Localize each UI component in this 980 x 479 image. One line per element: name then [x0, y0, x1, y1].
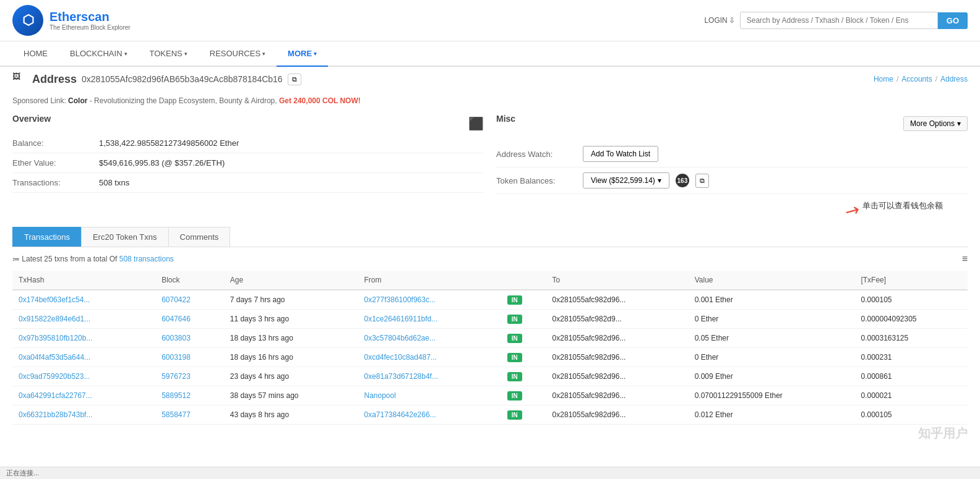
age-cell: 18 days 13 hrs ago — [224, 329, 358, 348]
block-link[interactable]: 6070422 — [161, 295, 191, 304]
search-box: GO — [740, 12, 968, 29]
tab-comments[interactable]: Comments — [168, 227, 231, 247]
txhash-link[interactable]: 0xa642991cfa22767... — [19, 391, 92, 400]
value-cell: 0.001 Ether — [689, 290, 855, 310]
page-title: Address — [32, 73, 77, 86]
direction-badge: IN — [507, 315, 522, 324]
txhash-link[interactable]: 0xc9ad759920b523... — [19, 372, 90, 381]
txhash-link[interactable]: 0x174bef063ef1c54... — [19, 295, 90, 304]
col-direction — [501, 271, 546, 290]
col-age: Age — [224, 271, 358, 290]
age-cell: 7 days 7 hrs ago — [224, 290, 358, 310]
add-to-watchlist-button[interactable]: Add To Watch List — [583, 146, 658, 162]
from-link[interactable]: Nanopool — [364, 391, 396, 400]
nav-resources[interactable]: RESOURCES ▾ — [199, 41, 277, 67]
block-link[interactable]: 5889512 — [161, 391, 191, 400]
from-link[interactable]: 0x1ce264616911bfd... — [364, 315, 438, 323]
login-arrow-icon: ⇩ — [729, 16, 735, 25]
block-link[interactable]: 5858477 — [161, 410, 191, 419]
nav-tokens[interactable]: TOKENS ▾ — [139, 41, 199, 67]
from-link[interactable]: 0x277f386100f963c... — [364, 295, 436, 304]
nav-home[interactable]: HOME — [12, 41, 59, 67]
red-arrow-icon: ↗ — [841, 198, 863, 223]
address-text: 0x281055Afc982d96fAB65b3a49cAc8b878184Cb… — [82, 74, 283, 84]
to-cell: 0x281055afc982d96... — [546, 367, 689, 386]
expand-token-button[interactable]: ⧉ — [695, 174, 709, 188]
sponsored-brand: Color — [68, 96, 87, 105]
wallet-annotation: 单击可以查看钱包余额 — [862, 200, 943, 211]
page-icon: 🖼 — [12, 72, 27, 87]
to-cell: 0x281055afc982d96... — [546, 348, 689, 367]
misc-header: Misc More Options ▾ — [496, 114, 968, 134]
transactions-value: 508 txns — [99, 178, 129, 187]
table-row: 0x97b395810fb120b... 6003803 18 days 13 … — [12, 329, 968, 348]
transactions-label: Transactions: — [12, 178, 99, 187]
value-cell: 0 Ether — [689, 348, 855, 367]
overview-panel: Overview ⬛ Balance: 1,538,422.9855821273… — [12, 114, 484, 221]
value-cell: 0 Ether — [689, 310, 855, 329]
page-title-area: 🖼 Address 0x281055Afc982d96fAB65b3a49cAc… — [12, 72, 301, 87]
breadcrumb-area: 🖼 Address 0x281055Afc982d96fAB65b3a49cAc… — [0, 67, 980, 91]
breadcrumb-address[interactable]: Address — [940, 75, 968, 83]
view-token-balances-button[interactable]: View ($522,599.14) ▾ — [583, 172, 669, 189]
balance-value: 1,538,422.985582127349856002 Ether — [99, 138, 239, 148]
breadcrumb: Home / Accounts / Address — [874, 75, 968, 83]
block-link[interactable]: 6003803 — [161, 334, 191, 342]
transactions-row: Transactions: 508 txns — [12, 173, 484, 193]
tab-erc20[interactable]: Erc20 Token Txns — [81, 227, 169, 247]
nav-blockchain[interactable]: BLOCKCHAIN ▾ — [59, 41, 139, 67]
from-link[interactable]: 0xe81a73d67128b4f... — [364, 372, 438, 381]
balance-label: Balance: — [12, 138, 99, 148]
value-cell: 0.05 Ether — [689, 329, 855, 348]
block-link[interactable]: 6003198 — [161, 353, 191, 362]
from-link[interactable]: 0x3c57804b6d62ae... — [364, 334, 436, 342]
from-link[interactable]: 0xcd4fec10c8ad487... — [364, 353, 437, 362]
site-subtitle: The Ethereum Block Explorer — [49, 24, 131, 31]
login-button[interactable]: LOGIN ⇩ — [704, 16, 734, 25]
txfee-cell: 0.000021 — [854, 386, 968, 405]
ether-value-label: Ether Value: — [12, 158, 99, 167]
sponsored-cta[interactable]: Get 240,000 COL NOW! — [279, 96, 361, 105]
more-options-button[interactable]: More Options ▾ — [903, 116, 968, 131]
col-value: Value — [689, 271, 855, 290]
age-cell: 23 days 4 hrs ago — [224, 367, 358, 386]
logo-text: Etherscan The Ethereum Block Explorer — [49, 10, 131, 31]
to-cell: 0x281055afc982d96... — [546, 329, 689, 348]
nav-more[interactable]: MORE ▾ — [277, 41, 328, 67]
breadcrumb-home[interactable]: Home — [874, 75, 893, 83]
token-row: View ($522,599.14) ▾ 163 ⧉ — [583, 172, 709, 189]
breadcrumb-accounts[interactable]: Accounts — [901, 75, 932, 83]
balance-row: Balance: 1,538,422.985582127349856002 Et… — [12, 134, 484, 153]
resources-caret: ▾ — [262, 51, 265, 57]
tab-transactions[interactable]: Transactions — [12, 227, 82, 247]
qr-icon[interactable]: ⬛ — [468, 116, 484, 131]
txhash-link[interactable]: 0x97b395810fb120b... — [19, 334, 92, 342]
filter-icon[interactable]: ≡ — [962, 253, 968, 265]
header: ⬡ Etherscan The Ethereum Block Explorer … — [0, 0, 980, 41]
txhash-link[interactable]: 0x66321bb28b743bf... — [19, 410, 92, 419]
sponsored-banner: Sponsored Link: Color - Revolutionizing … — [0, 91, 980, 108]
go-button[interactable]: GO — [938, 12, 968, 29]
col-txfee: [TxFee] — [854, 271, 968, 290]
copy-address-button[interactable]: ⧉ — [288, 74, 301, 85]
block-link[interactable]: 6047646 — [161, 315, 191, 323]
age-cell: 18 days 16 hrs ago — [224, 348, 358, 367]
table-count-prefix: ≔ Latest 25 txns from a total Of — [12, 255, 119, 263]
total-transactions-link[interactable]: 508 transactions — [119, 255, 174, 263]
nav: HOME BLOCKCHAIN ▾ TOKENS ▾ RESOURCES ▾ M… — [0, 41, 980, 67]
table-header-row: TxHash Block Age From To Value [TxFee] — [12, 271, 968, 290]
address-watch-label: Address Watch: — [496, 150, 583, 159]
age-cell: 38 days 57 mins ago — [224, 386, 358, 405]
value-cell: 0.009 Ether — [689, 367, 855, 386]
token-balances-row: Token Balances: View ($522,599.14) ▾ 163… — [496, 167, 968, 194]
search-input[interactable] — [740, 12, 938, 29]
txhash-link[interactable]: 0x915822e894e6d1... — [19, 315, 90, 323]
col-txhash: TxHash — [12, 271, 155, 290]
to-cell: 0x281055afc982d96... — [546, 405, 689, 425]
table-row: 0xa04f4af53d5a644... 6003198 18 days 16 … — [12, 348, 968, 367]
view-caret-icon: ▾ — [658, 176, 661, 185]
from-link[interactable]: 0xa717384642e266... — [364, 410, 436, 419]
block-link[interactable]: 5976723 — [161, 372, 191, 381]
txhash-link[interactable]: 0xa04f4af53d5a644... — [19, 353, 90, 362]
breadcrumb-sep2: / — [935, 75, 937, 83]
